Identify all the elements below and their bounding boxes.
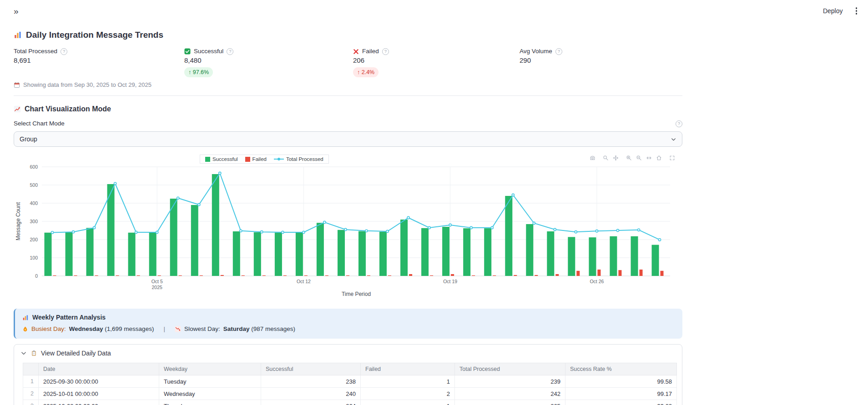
metric-failed: Failed ? 206 ↑ 2.4% bbox=[353, 47, 520, 77]
svg-text:500: 500 bbox=[30, 182, 38, 188]
fullscreen-icon[interactable] bbox=[667, 153, 677, 162]
table-header-row: DateWeekdaySuccessfulFailedTotal Process… bbox=[23, 363, 677, 375]
metric-avg-volume: Avg Volume ? 290 bbox=[520, 47, 682, 77]
chart-legend: SuccessfulFailedTotal Processed bbox=[200, 155, 329, 164]
busiest-day-detail: (1,699 messages) bbox=[105, 325, 154, 332]
table-row: 22025-10-01 00:00:00Wednesday240224299.1… bbox=[23, 388, 677, 400]
table-cell[interactable]: Thursday bbox=[159, 400, 261, 405]
metric-delta-badge: ↑ 2.4% bbox=[353, 67, 378, 77]
metric-value: 290 bbox=[520, 56, 682, 65]
column-header-success-rate-[interactable]: Success Rate % bbox=[565, 363, 677, 375]
camera-icon[interactable] bbox=[588, 153, 597, 162]
select-value: Group bbox=[20, 135, 37, 143]
svg-text:300: 300 bbox=[30, 219, 38, 224]
zoom-out-icon[interactable] bbox=[634, 153, 644, 162]
metric-label: Total Processed bbox=[14, 47, 57, 55]
table-cell[interactable]: 99.58 bbox=[565, 375, 677, 388]
column-header-date[interactable]: Date bbox=[39, 363, 159, 375]
deploy-button[interactable]: Deploy bbox=[823, 7, 843, 15]
page-title-text: Daily Integration Message Trends bbox=[26, 29, 163, 41]
help-icon[interactable]: ? bbox=[676, 120, 682, 127]
table-cell[interactable]: 2025-09-30 00:00:00 bbox=[39, 375, 159, 388]
svg-text:200: 200 bbox=[30, 237, 38, 242]
chevron-down-icon bbox=[20, 350, 27, 356]
help-icon[interactable]: ? bbox=[61, 48, 67, 55]
chart-mode-select[interactable]: Group bbox=[14, 131, 682, 147]
svg-text:100: 100 bbox=[30, 255, 38, 260]
calendar-icon bbox=[14, 82, 20, 88]
busiest-day-value: Wednesday bbox=[69, 325, 103, 332]
metric-total-processed: Total Processed ? 8,691 bbox=[14, 47, 184, 77]
chart-plot-area[interactable]: 0100200300400500600Oct 52025Oct 12Oct 19… bbox=[14, 153, 682, 303]
expander-label: View Detailed Daily Data bbox=[41, 350, 111, 357]
help-icon[interactable]: ? bbox=[382, 48, 389, 55]
column-header-total-processed[interactable]: Total Processed bbox=[455, 363, 565, 375]
metric-value: 206 bbox=[353, 56, 520, 65]
check-icon bbox=[184, 48, 191, 55]
select-label-row: Select Chart Mode ? bbox=[14, 120, 682, 128]
legend-label: Failed bbox=[252, 156, 267, 162]
detailed-data-expander: View Detailed Daily Data DateWeekdaySucc… bbox=[14, 344, 682, 405]
table-cell[interactable]: 1 bbox=[361, 400, 455, 405]
busiest-day-label: Busiest Day: bbox=[31, 325, 66, 333]
table-cell[interactable]: 1 bbox=[361, 375, 455, 388]
table-cell[interactable]: 2025-10-01 00:00:00 bbox=[39, 388, 159, 400]
svg-text:Oct 26: Oct 26 bbox=[590, 279, 604, 284]
help-icon[interactable]: ? bbox=[555, 48, 562, 55]
bar-chart-icon bbox=[14, 31, 22, 39]
autoscale-icon[interactable] bbox=[644, 153, 654, 162]
table-cell[interactable]: 99.62 bbox=[565, 400, 677, 405]
legend-label: Successful bbox=[212, 156, 238, 162]
chart-down-icon bbox=[175, 326, 181, 332]
bar-chart-icon bbox=[22, 315, 29, 321]
help-icon[interactable]: ? bbox=[227, 48, 233, 55]
table-cell[interactable]: 242 bbox=[455, 388, 565, 400]
legend-item-successful[interactable]: Successful bbox=[205, 156, 238, 162]
column-header-failed[interactable]: Failed bbox=[361, 363, 455, 375]
metric-delta-badge: ↑ 97.6% bbox=[184, 67, 213, 77]
expand-sidebar-icon[interactable]: » bbox=[14, 7, 19, 15]
metric-label: Avg Volume bbox=[520, 47, 552, 55]
legend-swatch bbox=[205, 157, 210, 162]
table-cell[interactable]: 240 bbox=[261, 388, 361, 400]
metric-label: Successful bbox=[194, 47, 223, 55]
pan-icon[interactable] bbox=[611, 153, 621, 162]
legend-swatch bbox=[274, 159, 284, 160]
divider bbox=[14, 95, 682, 96]
table-cell[interactable]: 239 bbox=[455, 375, 565, 388]
daily-data-table[interactable]: DateWeekdaySuccessfulFailedTotal Process… bbox=[23, 363, 677, 405]
section-heading-text: Chart Visualization Mode bbox=[25, 104, 111, 114]
table-cell[interactable]: Tuesday bbox=[159, 375, 261, 388]
main-content: Daily Integration Message Trends Total P… bbox=[14, 22, 682, 405]
table-cell[interactable]: 99.17 bbox=[565, 388, 677, 400]
table-cell[interactable]: 264 bbox=[261, 400, 361, 405]
table-row: 12025-09-30 00:00:00Tuesday238123999.58 bbox=[23, 375, 677, 388]
chart: SuccessfulFailedTotal Processed 01002003… bbox=[14, 153, 682, 303]
table-cell[interactable]: Wednesday bbox=[159, 388, 261, 400]
table-cell[interactable]: 2 bbox=[361, 388, 455, 400]
row-index: 1 bbox=[23, 375, 39, 388]
chart-modebar bbox=[588, 153, 677, 162]
zoom-in-icon[interactable] bbox=[624, 153, 634, 162]
chart-up-icon bbox=[14, 105, 21, 113]
legend-item-failed[interactable]: Failed bbox=[245, 156, 267, 162]
reset-axes-icon[interactable] bbox=[654, 153, 664, 162]
table-cell[interactable]: 265 bbox=[455, 400, 565, 405]
table-cell[interactable]: 238 bbox=[261, 375, 361, 388]
svg-text:Oct 5: Oct 5 bbox=[151, 279, 163, 284]
kebab-menu-icon[interactable] bbox=[854, 5, 859, 16]
legend-item-total-processed[interactable]: Total Processed bbox=[274, 156, 323, 162]
legend-swatch bbox=[245, 157, 250, 162]
svg-text:400: 400 bbox=[30, 200, 38, 206]
index-column-header bbox=[23, 363, 39, 375]
slowest-day-detail: (987 messages) bbox=[251, 325, 295, 332]
expander-header[interactable]: View Detailed Daily Data bbox=[14, 345, 682, 362]
zoom-icon[interactable] bbox=[601, 153, 611, 162]
weekly-pattern-info-box: Weekly Pattern Analysis Busiest Day: Wed… bbox=[14, 309, 682, 339]
app-header: » Deploy bbox=[0, 0, 868, 22]
column-header-weekday[interactable]: Weekday bbox=[159, 363, 261, 375]
table-cell[interactable]: 2025-10-02 00:00:00 bbox=[39, 400, 159, 405]
row-index: 3 bbox=[23, 400, 39, 405]
section-heading-chart-mode: Chart Visualization Mode bbox=[14, 104, 682, 114]
column-header-successful[interactable]: Successful bbox=[261, 363, 361, 375]
